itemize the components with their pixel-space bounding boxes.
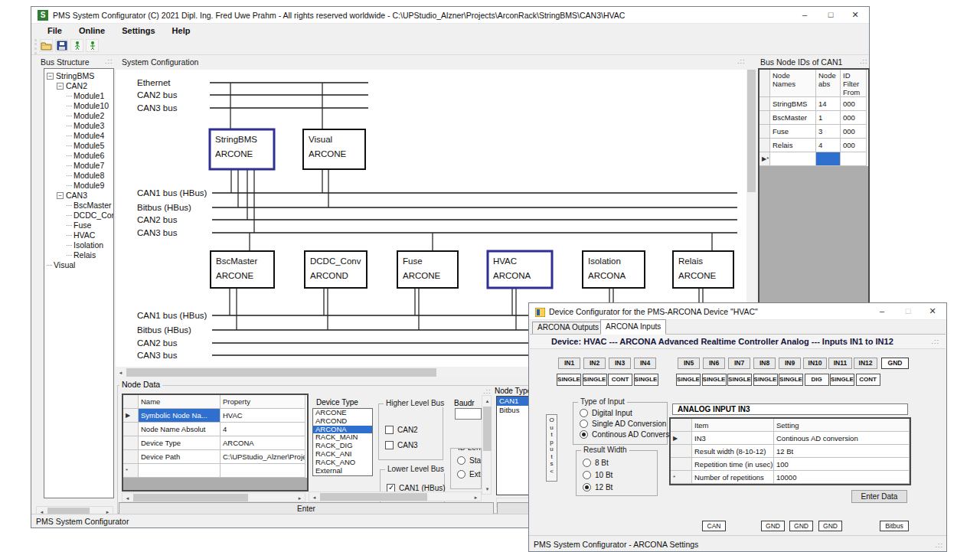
scroll-down-arrow-icon[interactable]: ▾ <box>482 484 492 494</box>
scroll-thumb[interactable] <box>483 407 492 451</box>
table-row[interactable]: Relais4000 <box>760 139 868 152</box>
scroll-thumb[interactable] <box>747 70 756 192</box>
radio-exte[interactable]: Exte <box>457 470 482 479</box>
close-button[interactable]: ✕ <box>843 7 867 23</box>
bus-structure-grip[interactable]: .:: <box>105 57 113 65</box>
cell[interactable]: Device Path <box>139 450 220 464</box>
tab-arcona-outputs[interactable]: ARCONA Outputs <box>532 322 604 335</box>
input-button-in4[interactable]: IN4 <box>634 358 656 369</box>
cell[interactable]: Relais <box>770 139 816 152</box>
mode-button-1[interactable]: SINGLE <box>583 374 607 386</box>
radio-icon[interactable] <box>583 471 591 479</box>
cell[interactable]: Fuse <box>770 125 816 139</box>
tree-item-isolation[interactable]: Isolation <box>44 240 113 250</box>
cell[interactable]: ▶* <box>760 152 770 166</box>
table-row[interactable]: BscMaster1000 <box>760 111 868 125</box>
tree-item-module4[interactable]: Module4 <box>44 131 113 141</box>
cell[interactable] <box>760 70 770 97</box>
cell[interactable]: ▶ <box>123 409 139 423</box>
cell[interactable]: 000 <box>841 139 867 152</box>
radio-single-ad-conversion[interactable]: Single AD Conversion <box>580 420 666 428</box>
radio-icon[interactable] <box>580 420 588 428</box>
mode-button-6[interactable]: SINGLE <box>727 374 752 386</box>
bottom-button-gnd-1[interactable]: GND <box>761 521 785 531</box>
tab-arcona-inputs[interactable]: ARCONA Inputs <box>600 319 666 335</box>
scroll-thumb[interactable] <box>133 494 248 501</box>
cell[interactable]: Device Type <box>139 436 220 450</box>
baudrate-field[interactable] <box>455 408 482 420</box>
header-cell[interactable]: Name <box>139 395 220 409</box>
radio-icon[interactable] <box>457 456 466 465</box>
header-cell[interactable]: ID Filter From <box>841 70 867 97</box>
cell[interactable] <box>760 125 770 139</box>
dialog-titlebar[interactable]: Device Configurator for the PMS-ARCONA D… <box>529 303 946 320</box>
radio-icon[interactable] <box>583 483 591 492</box>
cell[interactable] <box>760 139 770 152</box>
list-item-rack_ano[interactable]: RACK_ANO <box>313 459 372 467</box>
scroll-left-arrow-icon[interactable]: ◂ <box>309 492 319 502</box>
mode-button-10[interactable]: SINGLE <box>830 374 854 386</box>
new-row[interactable]: ▶* <box>760 152 868 166</box>
system-configuration-grip[interactable]: .:: <box>737 57 746 65</box>
outputs-button[interactable]: Outputs< <box>546 414 557 482</box>
dialog-resize-grip[interactable]: .:: <box>935 541 943 549</box>
table-row[interactable]: *Number of repetitions10000 <box>671 471 910 484</box>
bottom-button-bitbus-4[interactable]: Bitbus <box>880 521 909 531</box>
cell[interactable]: Continous AD conversion <box>774 432 910 445</box>
scroll-left-arrow-icon[interactable]: ◂ <box>116 367 126 377</box>
dialog-close-button[interactable]: ✕ <box>920 303 945 319</box>
node-data-grip[interactable]: .:: <box>483 387 492 395</box>
cell[interactable]: ARCONA <box>220 436 305 450</box>
cell[interactable]: Symbolic Node Na... <box>139 409 220 423</box>
save-icon[interactable] <box>55 39 68 52</box>
tree-item-module9[interactable]: Module9 <box>44 181 113 191</box>
new-row[interactable]: * <box>123 464 307 478</box>
tree-item-module2[interactable]: Module2 <box>44 111 113 121</box>
device-status-icon[interactable] <box>86 39 99 52</box>
input-button-in3[interactable]: IN3 <box>609 358 631 369</box>
cell[interactable] <box>123 423 139 436</box>
table-row[interactable]: Result width (8-10-12)12 Bt <box>671 445 910 458</box>
radio-continous-ad-conversion[interactable]: Continous AD Conversion <box>580 430 680 439</box>
tree-item-fuse[interactable]: Fuse <box>44 220 113 230</box>
table-row[interactable]: ▶IN3Continous AD conversion <box>671 432 910 445</box>
tree-item-module8[interactable]: Module8 <box>44 171 113 181</box>
cell[interactable] <box>760 97 770 111</box>
cell[interactable]: 000 <box>841 111 867 125</box>
cell[interactable]: * <box>671 471 692 484</box>
dialog-minimize-button[interactable]: – <box>870 303 894 319</box>
input-button-in11[interactable]: IN11 <box>828 358 852 369</box>
tree-item-module3[interactable]: Module3 <box>44 121 113 131</box>
dialog-maximize-button[interactable]: □ <box>896 303 920 319</box>
radio-stan[interactable]: Stan <box>457 456 482 465</box>
cell[interactable]: 100 <box>774 458 910 471</box>
node-data-hscrollbar[interactable]: ◂ ▸ <box>122 492 305 502</box>
cell[interactable] <box>841 152 867 166</box>
cell[interactable]: 3 <box>816 125 841 139</box>
mode-button-4[interactable]: SINGLE <box>676 374 701 386</box>
mode-button-5[interactable]: SINGLE <box>702 374 727 386</box>
cell[interactable] <box>220 464 305 478</box>
cell[interactable]: Number of repetitions <box>692 471 774 484</box>
input-button-in8[interactable]: IN8 <box>753 358 776 369</box>
scroll-up-arrow-icon[interactable]: ▴ <box>482 396 492 406</box>
cell[interactable] <box>671 445 692 458</box>
tree-item-module1[interactable]: Module1 <box>44 91 113 101</box>
radio-icon[interactable] <box>580 409 588 417</box>
cell[interactable]: BscMaster <box>770 111 816 125</box>
connect-device-icon[interactable] <box>70 39 83 52</box>
cell[interactable]: Node Name Absolut <box>139 423 220 436</box>
tree-item-can3[interactable]: −CAN3 <box>44 191 113 201</box>
open-folder-icon[interactable] <box>40 39 53 52</box>
tree-item-module10[interactable]: Module10 <box>44 101 113 111</box>
dialog-header-grip[interactable]: .:: <box>931 338 939 345</box>
input-button-in2[interactable]: IN2 <box>583 358 606 369</box>
menu-online[interactable]: Online <box>72 25 112 38</box>
checkbox-icon[interactable] <box>385 441 394 449</box>
tree-item-bscmaster[interactable]: BscMaster <box>44 201 113 211</box>
header-cell[interactable]: Setting <box>774 419 910 432</box>
maximize-button[interactable]: □ <box>818 7 843 23</box>
input-button-in10[interactable]: IN10 <box>803 358 827 369</box>
cell[interactable]: Result width (8-10-12) <box>692 445 774 458</box>
header-cell[interactable]: Node abs <box>816 70 841 97</box>
